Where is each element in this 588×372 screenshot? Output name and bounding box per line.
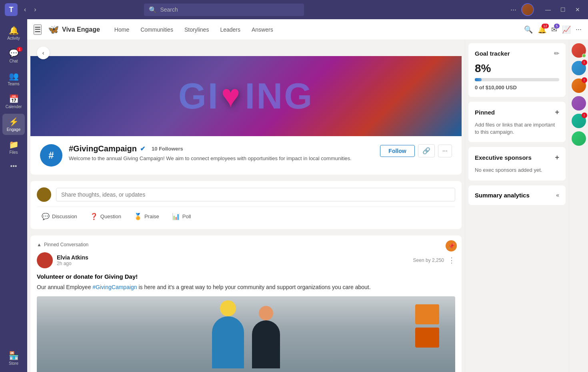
community-followers: 10 Followers — [152, 146, 183, 152]
exec-sponsors-add-button[interactable]: + — [555, 153, 559, 162]
sidebar-item-teams[interactable]: 👥 Teams — [2, 68, 25, 89]
goal-tracker-edit-icon[interactable]: ✏ — [554, 50, 559, 57]
praise-button[interactable]: 🏅 Praise — [129, 210, 164, 223]
store-icon: 🏪 — [9, 351, 19, 360]
more-options-button[interactable]: ··· — [438, 145, 452, 157]
sidebar-item-calendar[interactable]: 📅 Calender — [2, 91, 25, 112]
user-avatar-titlebar[interactable] — [521, 3, 534, 16]
panel-avatar-6[interactable] — [572, 131, 586, 146]
sidebar-label-activity: Activity — [7, 36, 20, 40]
pinned-conversation-label: Pinned Conversation — [44, 242, 88, 247]
nav-communities[interactable]: Communities — [136, 24, 178, 35]
exec-sponsors-header: Executive sponsors + — [475, 153, 559, 162]
topnav-analytics-icon[interactable]: 📈 — [562, 25, 571, 34]
sidebar-label-files: Files — [9, 150, 18, 155]
engage-icon: ⚡ — [9, 117, 19, 127]
global-search-bar[interactable]: 🔍 — [144, 4, 304, 16]
close-button[interactable]: ✕ — [572, 5, 583, 14]
title-bar-left: T — [5, 3, 18, 16]
community-description: Welcome to the annual Giving Campaign! W… — [69, 155, 374, 162]
goal-current: 0 — [475, 84, 478, 90]
back-button[interactable]: ‹ — [37, 46, 50, 59]
sidebar-label-store: Store — [9, 361, 18, 366]
hamburger-button[interactable]: ☰ — [34, 24, 42, 35]
search-input[interactable] — [160, 6, 299, 13]
teams-logo-icon: T — [5, 3, 18, 16]
post-seen-count: Seen by 2,250 — [413, 257, 444, 263]
minimize-button[interactable]: — — [542, 5, 554, 14]
sidebar-item-store[interactable]: 🏪 Store — [2, 348, 25, 369]
sidebar-item-chat[interactable]: 💬 1 Chat — [2, 45, 25, 66]
post-author-info: Elvia Atkins 2h ago — [57, 254, 88, 266]
pinned-badge: 📌 — [446, 240, 457, 251]
maximize-button[interactable]: ☐ — [557, 5, 569, 14]
community-avatar-symbol: # — [48, 150, 54, 161]
exec-sponsors-card: Executive sponsors + No exec sponsors ad… — [468, 147, 566, 180]
feed: ‹ GI ♥ ING # #GivingCam — [27, 40, 465, 372]
goal-total: $10,000 USD — [486, 84, 517, 90]
topnav-notifications-icon[interactable]: 🔔 12 — [538, 25, 546, 34]
post-title: Volunteer or donate for Giving Day! — [37, 273, 455, 280]
notifications-badge: 12 — [542, 24, 549, 28]
poll-button[interactable]: 📊 Poll — [167, 210, 196, 223]
sidebar-item-engage[interactable]: ⚡ Engage — [2, 114, 25, 135]
panel-avatar-2[interactable]: ! — [572, 61, 586, 75]
banner-ing: ING — [245, 76, 314, 117]
sidebar-more-button[interactable]: ••• — [10, 159, 17, 173]
post-body-end: is here and it's a great way to help you… — [139, 284, 371, 290]
panel-avatar-4[interactable] — [572, 96, 586, 111]
right-sidebar: Goal tracker ✏ 8% 0 of $10,000 USD — [465, 40, 569, 372]
discussion-button[interactable]: 💬 Discussion — [37, 210, 82, 223]
forward-nav-button[interactable]: › — [31, 4, 39, 15]
composer-user-avatar — [37, 187, 51, 202]
pin-icon: ▲ — [37, 242, 42, 247]
back-nav-button[interactable]: ‹ — [21, 4, 29, 15]
goal-total-label: of — [479, 84, 486, 90]
goal-progress-fill — [475, 78, 482, 81]
sidebar-item-activity[interactable]: 🔔 Activity — [2, 22, 25, 44]
chat-badge: 1 — [17, 47, 22, 52]
community-avatar: # — [40, 144, 62, 167]
panel-avatar-5[interactable]: ! — [572, 114, 586, 128]
followers-count: 10 — [152, 146, 157, 152]
panel-avatar-1[interactable] — [572, 43, 586, 58]
banner-gi: GI — [178, 76, 220, 117]
pinned-add-button[interactable]: + — [555, 108, 559, 117]
poll-icon: 📊 — [172, 213, 180, 220]
sidebar-item-files[interactable]: 📁 Files — [2, 137, 25, 158]
pinned-card-header: Pinned + — [475, 108, 559, 117]
nav-answers[interactable]: Answers — [247, 24, 278, 35]
teams-sidebar: 🔔 Activity 💬 1 Chat 👥 Teams 📅 Calender ⚡… — [0, 19, 27, 372]
composer-top — [37, 187, 455, 202]
composer-actions: 💬 Discussion ❓ Question 🏅 Praise 📊 — [37, 207, 455, 223]
composer-input[interactable] — [56, 188, 455, 201]
topnav-messages-icon[interactable]: ✉ 5 — [551, 25, 557, 34]
topnav-search-icon[interactable]: 🔍 — [524, 25, 533, 34]
verified-icon: ✔ — [140, 145, 145, 153]
teams-icon: 👥 — [9, 71, 19, 81]
sidebar-label-teams: Teams — [8, 82, 19, 86]
community-banner: GI ♥ ING — [30, 56, 462, 136]
summary-analytics-title: Summary analytics — [475, 192, 530, 199]
share-link-button[interactable]: 🔗 — [418, 144, 435, 157]
titlebar-more-icon[interactable]: ··· — [510, 6, 516, 14]
follow-button[interactable]: Follow — [380, 145, 414, 157]
praise-label: Praise — [144, 213, 159, 219]
post-time: 2h ago — [57, 261, 88, 266]
post-hashtag-link[interactable]: #GivingCampaign — [92, 284, 137, 290]
nav-home[interactable]: Home — [110, 24, 134, 35]
question-button[interactable]: ❓ Question — [85, 210, 126, 223]
panel-avatar-3[interactable]: ! — [572, 78, 586, 93]
nav-leaders[interactable]: Leaders — [215, 24, 245, 35]
online-indicator-1 — [582, 54, 586, 58]
content-area: ‹ GI ♥ ING # #GivingCam — [27, 40, 588, 372]
sidebar-label-engage: Engage — [7, 127, 20, 132]
sidebar-label-calendar: Calender — [6, 105, 22, 109]
post-menu-button[interactable]: ⋮ — [448, 256, 455, 265]
topnav-more-icon[interactable]: ··· — [576, 25, 582, 34]
nav-storylines[interactable]: Storylines — [180, 24, 214, 35]
summary-collapse-button[interactable]: « — [556, 192, 559, 198]
post-author-avatar — [37, 252, 53, 268]
app-layout: 🔔 Activity 💬 1 Chat 👥 Teams 📅 Calender ⚡… — [0, 19, 588, 372]
pinned-post-card: 📌 ▲ Pinned Conversation Elvia Atkins 2h … — [30, 235, 462, 372]
